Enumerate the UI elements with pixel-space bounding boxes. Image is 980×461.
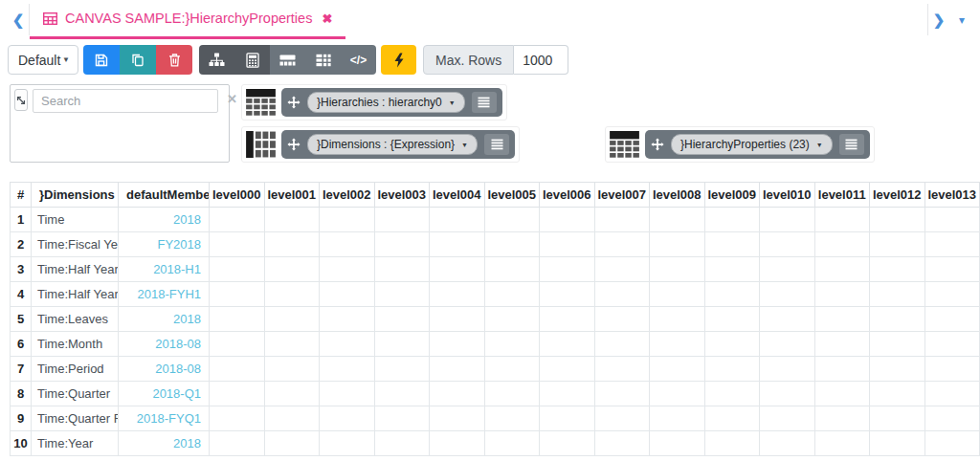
row-number: 7 bbox=[11, 357, 32, 382]
table-row[interactable]: 10Time:Year2018 bbox=[11, 431, 980, 456]
table-row[interactable]: 3Time:Half Year2018-H1 bbox=[11, 257, 980, 282]
save-button[interactable] bbox=[83, 45, 120, 75]
column-header-level011[interactable]: level011 bbox=[814, 183, 870, 208]
column-header-level006[interactable]: level006 bbox=[540, 183, 595, 208]
level-cell bbox=[430, 382, 485, 406]
level-cell bbox=[704, 357, 760, 382]
move-icon[interactable] bbox=[651, 138, 664, 151]
caret-down-icon[interactable]: ▾ bbox=[949, 0, 974, 39]
table-row[interactable]: 8Time:Quarter2018-Q1 bbox=[11, 382, 980, 406]
level-cell bbox=[814, 257, 870, 282]
dimension-cell: Time:Month bbox=[32, 332, 119, 357]
level-cell bbox=[870, 232, 925, 257]
level-cell bbox=[924, 406, 980, 431]
execute-button[interactable] bbox=[381, 45, 416, 75]
table-row[interactable]: 9Time:Quarter FY2018-FYQ1 bbox=[11, 406, 980, 431]
column-header-dimensions[interactable]: }Dimensions bbox=[32, 183, 119, 208]
level-cell bbox=[430, 282, 485, 307]
level-cell bbox=[870, 332, 925, 357]
column-header-level003[interactable]: level003 bbox=[374, 183, 430, 208]
properties-dropzone: }HierarchyProperties (23) ▼ bbox=[605, 126, 875, 163]
column-header-level007[interactable]: level007 bbox=[594, 183, 650, 208]
level-cell bbox=[924, 208, 980, 232]
default-member-cell: 2018-H1 bbox=[119, 257, 210, 282]
dimension-cell: Time:Fiscal Year bbox=[32, 232, 119, 257]
move-icon[interactable] bbox=[287, 96, 301, 109]
level-cell bbox=[484, 332, 540, 357]
column-header-level000[interactable]: level000 bbox=[210, 183, 265, 208]
max-rows-label: Max. Rows bbox=[423, 45, 514, 75]
level-cell bbox=[814, 406, 870, 431]
table-row[interactable]: 5Time:Leaves2018 bbox=[11, 307, 980, 332]
level-cell bbox=[210, 431, 265, 456]
dimensions-list-button[interactable] bbox=[484, 134, 509, 155]
dimensions-select[interactable]: }Dimensions : {Expression} ▼ bbox=[307, 134, 478, 155]
table-row[interactable]: 6Time:Month2018-08 bbox=[11, 332, 980, 357]
code-view-button[interactable]: </> bbox=[341, 45, 376, 75]
level-cell bbox=[924, 431, 980, 456]
column-header-level010[interactable]: level010 bbox=[760, 183, 815, 208]
level-cell bbox=[924, 357, 980, 382]
move-icon[interactable] bbox=[287, 138, 301, 151]
results-table: #}DimensionsdefaultMemberlevel000level00… bbox=[10, 182, 980, 456]
close-icon[interactable]: ✖ bbox=[322, 11, 332, 26]
level-cell bbox=[650, 357, 705, 382]
chevron-right-icon[interactable]: ❯ bbox=[928, 0, 949, 39]
code-icon: </> bbox=[350, 54, 367, 67]
table-row[interactable]: 2Time:Fiscal YearFY2018 bbox=[11, 232, 980, 257]
properties-select[interactable]: }HierarchyProperties (23) ▼ bbox=[671, 134, 833, 155]
level-cell bbox=[320, 257, 375, 282]
column-header-level004[interactable]: level004 bbox=[430, 183, 485, 208]
table-row[interactable]: 4Time:Half Year FY2018-FYH1 bbox=[11, 282, 980, 307]
hierarchies-list-button[interactable] bbox=[472, 92, 497, 113]
search-panel: ✕ bbox=[10, 84, 230, 163]
dimensions-pill: }Dimensions : {Expression} ▼ bbox=[281, 130, 515, 159]
tab-bar: ❮ CANVAS SAMPLE:}HierarchyProperties ✖ ❯… bbox=[0, 0, 980, 39]
column-header-[interactable]: # bbox=[11, 183, 32, 208]
level-cell bbox=[540, 232, 595, 257]
level-cell bbox=[320, 382, 375, 406]
tab-hierarchy-properties[interactable]: CANVAS SAMPLE:}HierarchyProperties ✖ bbox=[30, 0, 345, 39]
table-row[interactable]: 1Time2018 bbox=[11, 208, 980, 232]
clear-search-icon[interactable]: ✕ bbox=[223, 89, 241, 109]
search-input[interactable] bbox=[33, 89, 218, 113]
level-cell bbox=[814, 431, 870, 456]
column-header-level012[interactable]: level012 bbox=[870, 183, 925, 208]
level-cell bbox=[704, 282, 760, 307]
max-rows-input[interactable] bbox=[514, 45, 568, 75]
tab-label: CANVAS SAMPLE:}HierarchyProperties bbox=[65, 11, 312, 26]
default-member-cell: 2018-08 bbox=[119, 357, 210, 382]
resize-handle[interactable] bbox=[14, 89, 28, 111]
column-header-level009[interactable]: level009 bbox=[704, 183, 760, 208]
level-cell bbox=[540, 257, 595, 282]
table-icon bbox=[43, 12, 57, 25]
calculator-view-button[interactable] bbox=[234, 45, 270, 75]
default-member-cell: 2018-Q1 bbox=[119, 382, 210, 406]
column-header-level013[interactable]: level013 bbox=[924, 183, 980, 208]
hierarchies-select[interactable]: }Hierarchies : hierarchy0 ▼ bbox=[307, 92, 465, 113]
chevron-left-icon[interactable]: ❮ bbox=[8, 0, 29, 39]
level-cell bbox=[430, 332, 485, 357]
view-select[interactable]: Default ▼ bbox=[8, 45, 78, 75]
column-header-defaultmember[interactable]: defaultMember bbox=[119, 183, 210, 208]
column-header-level008[interactable]: level008 bbox=[650, 183, 705, 208]
cells-view-button[interactable] bbox=[270, 45, 305, 75]
level-cell bbox=[704, 257, 760, 282]
hierarchy-view-button[interactable] bbox=[199, 45, 234, 75]
column-header-level001[interactable]: level001 bbox=[264, 183, 320, 208]
column-header-level002[interactable]: level002 bbox=[320, 183, 375, 208]
column-header-level005[interactable]: level005 bbox=[484, 183, 540, 208]
level-cell bbox=[814, 382, 870, 406]
table-row[interactable]: 7Time:Period2018-08 bbox=[11, 357, 980, 382]
copy-button[interactable] bbox=[120, 45, 156, 75]
level-cell bbox=[374, 406, 430, 431]
row-number: 2 bbox=[11, 232, 32, 257]
properties-list-button[interactable] bbox=[839, 134, 864, 155]
dimension-cell: Time bbox=[32, 208, 119, 232]
grid-view-button[interactable] bbox=[305, 45, 341, 75]
level-cell bbox=[320, 332, 375, 357]
dimensions-select-value: }Dimensions : {Expression} bbox=[317, 138, 455, 151]
pill-caret-icon: ▼ bbox=[449, 99, 456, 106]
delete-button[interactable] bbox=[156, 45, 192, 75]
level-cell bbox=[594, 307, 650, 332]
